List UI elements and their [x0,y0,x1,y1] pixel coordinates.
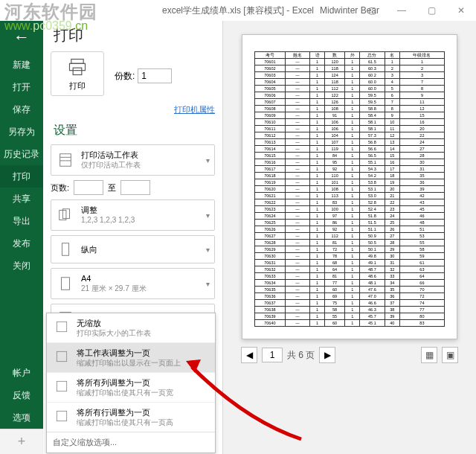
nav-bottom-item-2[interactable]: 选项 [0,406,43,429]
scaling-option-0[interactable]: 无缩放打印实际大小的工作表 [47,313,215,343]
collate-dropdown[interactable]: 调整1,2,3 1,2,3 1,2,3 ▾ [51,199,215,231]
prev-page-button[interactable]: ◀ [241,347,257,363]
printer-properties-link[interactable]: 打印机属性 [174,105,215,114]
print-button[interactable]: 打印 [51,51,104,96]
show-margins-button[interactable]: ▦ [421,347,437,363]
sheet-icon [56,150,75,170]
nav-item-7[interactable]: 导出 [0,210,43,232]
pages-to-input[interactable] [120,180,150,195]
nav-item-0[interactable]: 新建 [0,54,43,76]
window-title: excel学生成绩单.xls [兼容模式] - Excel [162,4,314,17]
zoom-to-page-button[interactable]: ▣ [442,347,458,363]
scaling-option-icon [53,377,71,395]
printer-icon [67,57,88,77]
pages-label: 页数: [51,182,69,194]
svg-rect-0 [71,59,83,63]
preview-page: 考号姓名语数外总分名年级排名70601—1120161.51170602—111… [242,34,457,339]
pages-range-row: 页数: 至 [51,180,215,195]
svg-rect-17 [57,381,66,391]
window-controls: ▢ — ▢ ✕ [357,1,476,19]
svg-rect-9 [62,278,70,290]
nav-bottom-item-0[interactable]: 帐户 [0,362,43,384]
chevron-down-icon: ▾ [206,156,210,164]
custom-scaling-link[interactable]: 自定义缩放选项... [47,432,215,453]
print-what-dropdown[interactable]: 打印活动工作表仅打印活动工作表 ▾ [51,144,215,176]
back-arrow-icon[interactable]: ← [0,21,43,54]
settings-heading: 设置 [51,120,215,144]
ribbon-opts-icon[interactable]: ▢ [357,1,387,19]
orientation-dropdown[interactable]: 纵向 ▾ [51,235,215,263]
nav-bottom-item-1[interactable]: 反馈 [0,384,43,406]
svg-rect-15 [57,322,66,331]
nav-item-4[interactable]: 历史记录 [0,143,43,165]
nav-item-2[interactable]: 保存 [0,98,43,121]
scaling-option-3[interactable]: 将所有行调整为一页缩减打印输出使其只有一页高 [47,403,215,432]
close-icon[interactable]: ✕ [446,1,476,19]
svg-rect-16 [57,351,66,361]
page-number-input[interactable] [262,348,283,362]
title-bar: excel学生成绩单.xls [兼容模式] - Excel Midwinter … [0,0,476,21]
svg-rect-18 [57,411,66,421]
nav-item-1[interactable]: 打开 [0,76,43,98]
print-heading: 打印 [51,25,215,51]
copies-input[interactable] [138,68,172,83]
next-page-button[interactable]: ▶ [319,347,335,363]
scaling-popup: 无缩放打印实际大小的工作表将工作表调整为一页缩减打印输出以显示在一页面上将所有列… [46,313,216,453]
copies-control: 份数: [115,56,172,96]
copies-label: 份数: [115,70,135,83]
pages-from-input[interactable] [74,180,103,195]
nav-item-3[interactable]: 另存为 [0,121,43,143]
paper-icon [56,274,75,293]
maximize-icon[interactable]: ▢ [416,1,446,19]
scaling-option-icon [53,318,71,336]
backstage-nav: ← 新建打开保存另存为历史记录打印共享导出发布关闭 帐户反馈选项 + [0,21,43,454]
portrait-icon [56,240,75,259]
page-nav: ◀ 共 6 页 ▶ [241,347,335,363]
svg-rect-8 [62,243,68,256]
add-sheet-tab[interactable]: + [0,429,43,454]
pages-to-label: 至 [108,182,116,194]
scaling-option-icon [53,348,71,365]
nav-item-6[interactable]: 共享 [0,188,43,210]
chevron-down-icon: ▾ [206,211,210,220]
chevron-down-icon: ▾ [206,246,210,254]
scaling-option-2[interactable]: 将所有列调整为一页缩减打印输出使其只有一页宽 [47,373,215,403]
nav-item-8[interactable]: 发布 [0,232,43,255]
page-total-label: 共 6 页 [287,349,315,362]
scaling-option-1[interactable]: 将工作表调整为一页缩减打印输出以显示在一页面上 [47,343,215,373]
scaling-option-icon [53,407,71,425]
svg-rect-3 [60,154,71,167]
svg-rect-1 [70,63,86,70]
nav-item-5[interactable]: 打印 [0,165,43,188]
nav-item-9[interactable]: 关闭 [0,255,43,277]
collate-icon [56,205,75,225]
svg-rect-2 [73,68,82,74]
minimize-icon[interactable]: — [387,1,416,19]
paper-size-dropdown[interactable]: A421 厘米 × 29.7 厘米 ▾ [51,268,215,299]
print-preview-panel: 考号姓名语数外总分名年级排名70601—1120161.51170602—111… [223,21,476,454]
preview-table: 考号姓名语数外总分名年级排名70601—1120161.51170602—111… [254,51,445,327]
chevron-down-icon: ▾ [206,280,210,288]
